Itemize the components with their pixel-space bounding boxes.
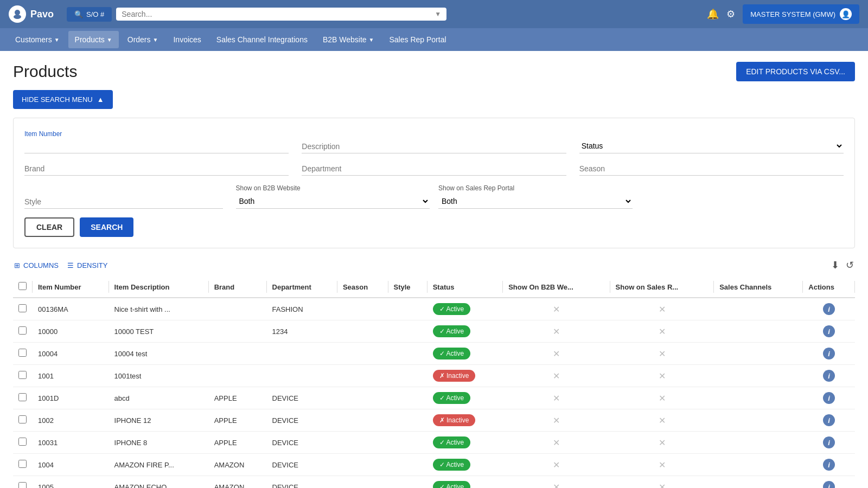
cell-actions: i xyxy=(803,365,855,387)
nav-invoices-label: Invoices xyxy=(173,35,201,44)
cell-department: FASHION xyxy=(267,298,337,320)
cell-brand: AMAZON xyxy=(209,454,267,476)
row-checkbox-cell[interactable] xyxy=(13,432,33,454)
row-checkbox[interactable] xyxy=(18,438,27,446)
nav-item-products[interactable]: Products ▼ xyxy=(68,31,119,48)
cell-item-number: 10031 xyxy=(33,432,109,454)
info-button[interactable]: i xyxy=(823,459,835,471)
show-b2b-select[interactable]: Both Yes No xyxy=(236,194,430,209)
cell-show-b2b: ✕ xyxy=(503,387,610,409)
show-on-row: Show on B2B Website Both Yes No Show on … xyxy=(236,184,633,209)
item-number-field: Item Number xyxy=(24,130,289,153)
select-all-checkbox[interactable] xyxy=(18,282,27,290)
info-button[interactable]: i xyxy=(823,436,835,448)
cell-department xyxy=(267,343,337,365)
info-button[interactable]: i xyxy=(823,348,835,359)
row-checkbox[interactable] xyxy=(18,415,27,423)
gear-icon[interactable]: ⚙ xyxy=(726,8,735,20)
header-select-all[interactable] xyxy=(13,277,33,298)
style-field xyxy=(24,195,223,209)
cell-season xyxy=(337,454,388,476)
cell-actions: i xyxy=(803,298,855,320)
item-number-input[interactable] xyxy=(24,140,289,153)
search-input-wrap: ▼ xyxy=(116,8,446,21)
search-button[interactable]: SEARCH xyxy=(80,217,133,237)
search-row-1: Item Number Status Active Inactive xyxy=(24,129,844,153)
description-input[interactable] xyxy=(302,140,566,153)
cell-season xyxy=(337,476,388,489)
row-checkbox[interactable] xyxy=(18,393,27,401)
cell-description: abcd xyxy=(109,387,209,409)
row-checkbox[interactable] xyxy=(18,304,27,312)
master-system-button[interactable]: MASTER SYSTEM (GMW) 👤 xyxy=(743,4,859,24)
cell-description: Nice t-shirt with ... xyxy=(109,298,209,320)
columns-label: COLUMNS xyxy=(23,261,59,269)
hide-search-menu-button[interactable]: HIDE SEARCH MENU ▲ xyxy=(13,90,113,109)
row-checkbox-cell[interactable] xyxy=(13,365,33,387)
x-icon: ✕ xyxy=(659,483,666,489)
cell-actions: i xyxy=(803,476,855,489)
info-button[interactable]: i xyxy=(823,414,835,426)
row-checkbox[interactable] xyxy=(18,460,27,468)
svg-point-0 xyxy=(15,10,20,15)
cell-sales-channels xyxy=(714,343,803,365)
app-name: Pavo xyxy=(30,9,54,20)
info-button[interactable]: i xyxy=(823,370,835,382)
cell-item-number: 1005 xyxy=(33,476,109,489)
download-icon[interactable]: ⬇ xyxy=(831,259,839,271)
status-badge-active: ✓ Active xyxy=(433,348,470,359)
info-button[interactable]: i xyxy=(823,392,835,404)
nav-item-sales-channel[interactable]: Sales Channel Integrations xyxy=(210,31,314,48)
cell-show-b2b: ✕ xyxy=(503,343,610,365)
nav-item-customers[interactable]: Customers ▼ xyxy=(9,31,66,48)
info-button[interactable]: i xyxy=(823,325,835,337)
cell-status: ✓ Active xyxy=(427,387,503,409)
show-sales-select[interactable]: Both Yes No xyxy=(438,194,633,209)
status-select[interactable]: Status Active Inactive xyxy=(579,139,844,153)
info-button[interactable]: i xyxy=(823,481,835,488)
search-actions: CLEAR SEARCH xyxy=(24,217,844,237)
refresh-icon[interactable]: ↺ xyxy=(846,259,854,271)
nav-item-orders[interactable]: Orders ▼ xyxy=(121,31,165,48)
clear-button[interactable]: CLEAR xyxy=(24,217,74,237)
row-checkbox-cell[interactable] xyxy=(13,387,33,409)
row-checkbox-cell[interactable] xyxy=(13,298,33,320)
x-icon: ✕ xyxy=(553,327,560,336)
row-checkbox[interactable] xyxy=(18,326,27,335)
search-area: 🔍 S/O # ▼ xyxy=(67,7,446,22)
nav-item-b2b[interactable]: B2B Website ▼ xyxy=(316,31,381,48)
cell-show-sales: ✕ xyxy=(610,409,714,432)
brand-field xyxy=(24,162,289,176)
row-checkbox[interactable] xyxy=(18,482,27,488)
cell-brand: AMAZON xyxy=(209,476,267,489)
search-input[interactable] xyxy=(122,10,431,18)
svg-point-1 xyxy=(14,15,21,19)
cell-department: DEVICE xyxy=(267,409,337,432)
season-input[interactable] xyxy=(579,162,844,176)
nav-customers-label: Customers xyxy=(15,35,52,44)
cell-department: DEVICE xyxy=(267,432,337,454)
row-checkbox-cell[interactable] xyxy=(13,454,33,476)
cell-show-sales: ✕ xyxy=(610,343,714,365)
edit-csv-button[interactable]: EDIT PRODUCTS VIA CSV... xyxy=(736,62,855,81)
row-checkbox[interactable] xyxy=(18,349,27,357)
info-button[interactable]: i xyxy=(823,303,835,315)
row-checkbox[interactable] xyxy=(18,371,27,379)
columns-button[interactable]: ⊞ COLUMNS xyxy=(14,261,59,269)
department-input[interactable] xyxy=(302,162,566,176)
so-button[interactable]: 🔍 S/O # xyxy=(67,7,112,22)
status-badge-active: ✓ Active xyxy=(433,459,470,471)
nav-item-sales-rep[interactable]: Sales Rep Portal xyxy=(383,31,453,48)
style-input[interactable] xyxy=(24,195,223,209)
row-checkbox-cell[interactable] xyxy=(13,409,33,432)
row-checkbox-cell[interactable] xyxy=(13,476,33,489)
nav-item-invoices[interactable]: Invoices xyxy=(167,31,207,48)
user-icon: 👤 xyxy=(840,8,852,20)
bell-icon[interactable]: 🔔 xyxy=(707,8,719,20)
row-checkbox-cell[interactable] xyxy=(13,320,33,343)
cell-item-number: 1001 xyxy=(33,365,109,387)
density-button[interactable]: ☰ DENSITY xyxy=(67,261,107,269)
table-row: 1002 IPHONE 12 APPLE DEVICE ✗ Inactive ✕… xyxy=(13,409,855,432)
row-checkbox-cell[interactable] xyxy=(13,343,33,365)
brand-input[interactable] xyxy=(24,162,289,176)
